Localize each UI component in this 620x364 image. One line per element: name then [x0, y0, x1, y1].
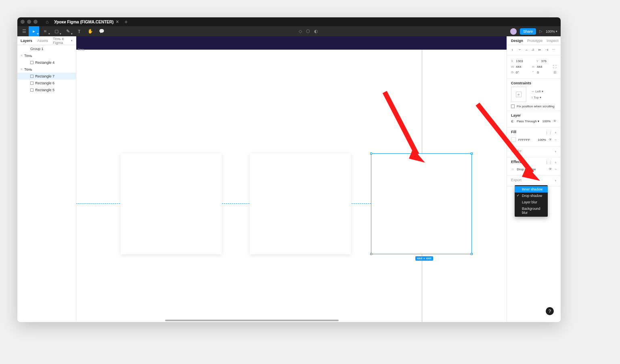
constraint-h-select[interactable]: ↔ Left ▾ — [531, 90, 543, 93]
file-tab[interactable]: Уроки Figma (FIGMA.CENTER) × — [52, 17, 121, 26]
align-section: ⫞ ⫟ ⫠ ⫡ ⫢ ⫣ ⋯ — [507, 45, 561, 55]
add-effect-icon[interactable]: + — [555, 161, 557, 165]
layer-item[interactable]: Rectangle 4 — [17, 59, 76, 66]
frame-tool[interactable]: ⌗▾ — [40, 26, 50, 36]
toolbar-left: ☰ ▸▾ ⌗▾ ▢▾ ✎▾ T ✋ 💬 — [21, 26, 107, 36]
resize-handle[interactable] — [471, 253, 473, 255]
visible-icon[interactable]: 👁 — [553, 119, 557, 123]
align-vcenter-icon[interactable]: ⫢ — [538, 48, 543, 52]
figma-window: ⌂ Уроки Figma (FIGMA.CENTER) × + ☰ ▸▾ ⌗▾… — [17, 17, 561, 322]
rect-icon — [30, 75, 34, 78]
layer-item-selected[interactable]: Rectangle 7 — [17, 73, 76, 79]
share-button[interactable]: Share — [520, 28, 536, 35]
corner-radius-input[interactable]: ⌜0 — [532, 71, 549, 74]
annotation-arrow-1 — [381, 88, 437, 169]
scrollbar-horizontal[interactable] — [76, 319, 507, 322]
width-input[interactable]: W444 — [511, 65, 527, 69]
minimize-window-icon[interactable] — [27, 20, 31, 24]
layer-item[interactable]: Group 1 — [17, 45, 76, 52]
component-icon-2[interactable]: ⬡ — [306, 29, 310, 34]
add-export-icon[interactable]: + — [555, 179, 557, 183]
scrollbar-thumb[interactable] — [165, 320, 339, 321]
left-panel-tabs: Layers Assets Тень в Figma▾ — [17, 36, 76, 45]
align-top-icon[interactable]: ⫡ — [531, 48, 536, 52]
chevron-icon[interactable]: ⌗ — [21, 54, 23, 58]
add-fill-icon[interactable]: + — [555, 131, 557, 135]
layer-item[interactable]: Rectangle 6 — [17, 79, 76, 86]
home-icon[interactable]: ⌂ — [46, 19, 48, 25]
tab-design[interactable]: Design — [511, 39, 523, 43]
file-name: Уроки Figma (FIGMA.CENTER) — [54, 20, 113, 24]
visible-icon[interactable]: 👁 — [549, 138, 552, 142]
effect-option-layer-blur[interactable]: Layer blur — [515, 199, 548, 205]
file-tabs: ⌂ Уроки Figma (FIGMA.CENTER) × + — [46, 17, 128, 26]
hand-tool[interactable]: ✋ — [85, 26, 96, 36]
text-tool[interactable]: T — [74, 26, 84, 36]
tab-layers[interactable]: Layers — [21, 39, 32, 43]
resize-handle[interactable] — [370, 253, 372, 255]
zoom-window-icon[interactable] — [34, 20, 38, 24]
tab-assets[interactable]: Assets — [37, 39, 48, 43]
rotation-input[interactable]: ⟳0° — [511, 71, 528, 74]
help-button[interactable]: ? — [546, 307, 554, 315]
visible-icon[interactable]: 👁 — [549, 167, 552, 171]
toolbar: ☰ ▸▾ ⌗▾ ▢▾ ✎▾ T ✋ 💬 ◇ ⬡ ◐ Share ▷ 100%▾ — [17, 26, 561, 36]
x-input[interactable]: X1303 — [511, 59, 532, 63]
layer-item[interactable]: Rectangle 5 — [17, 86, 76, 93]
layer-item[interactable]: ⌗Тень — [17, 52, 76, 59]
canvas[interactable]: Тень 444 × 444 — [76, 36, 507, 322]
effect-option-drop-shadow[interactable]: ✓Drop shadow — [515, 192, 548, 199]
comment-tool[interactable]: 💬 — [96, 26, 107, 36]
remove-fill-icon[interactable]: − — [555, 138, 557, 142]
toolbar-center: ◇ ⬡ ◐ — [299, 29, 318, 34]
layer-item[interactable]: ⌗Тень — [17, 66, 76, 73]
distribute-icon[interactable]: ⋯ — [552, 48, 557, 52]
pen-tool[interactable]: ✎▾ — [63, 26, 73, 36]
align-hcenter-icon[interactable]: ⫟ — [518, 48, 523, 52]
height-input[interactable]: H444 — [532, 65, 548, 69]
present-icon[interactable]: ▷ — [539, 29, 542, 33]
rectangle-5[interactable] — [121, 153, 222, 254]
layers-list[interactable]: Group 1 ⌗Тень Rectangle 4 ⌗Тень Rectangl… — [17, 45, 76, 322]
tab-inspect[interactable]: Inspect — [547, 39, 559, 43]
shape-tool[interactable]: ▢▾ — [51, 26, 62, 36]
constrain-proportions-icon[interactable]: ⛶ — [553, 65, 557, 69]
transform-section: X1303 Y376 W444 H444 ⛶ ⟳0° ⌜0 ⊞ — [507, 55, 561, 79]
rect-icon — [30, 88, 34, 92]
independent-corners-icon[interactable]: ⊞ — [553, 70, 557, 74]
right-panel-tabs: Design Prototype Inspect — [507, 36, 561, 45]
rectangle-6[interactable] — [250, 153, 351, 254]
layers-panel: Layers Assets Тень в Figma▾ Group 1 ⌗Тен… — [17, 36, 76, 322]
close-tab-icon[interactable]: × — [116, 19, 119, 25]
remove-effect-icon[interactable]: − — [555, 167, 557, 171]
effect-option-inner-shadow[interactable]: Inner shadow — [515, 186, 548, 192]
chevron-icon[interactable]: ⌗ — [21, 67, 23, 71]
align-left-icon[interactable]: ⫞ — [511, 48, 516, 52]
resize-handle[interactable] — [370, 153, 372, 155]
constraint-v-select[interactable]: ↕ Top ▾ — [531, 96, 543, 99]
move-tool[interactable]: ▸▾ — [29, 26, 39, 36]
zoom-control[interactable]: 100%▾ — [546, 29, 557, 33]
menu-icon[interactable]: ☰ — [21, 27, 28, 36]
add-stroke-icon[interactable]: + — [555, 150, 557, 154]
avatar[interactable] — [510, 28, 517, 35]
window-controls[interactable] — [21, 20, 38, 24]
tab-prototype[interactable]: Prototype — [527, 39, 543, 43]
rect-icon — [30, 82, 34, 85]
frame-header-bg — [76, 36, 507, 50]
title-bar: ⌂ Уроки Figma (FIGMA.CENTER) × + — [17, 17, 561, 26]
component-icon[interactable]: ◇ — [299, 29, 302, 34]
y-input[interactable]: Y376 — [536, 59, 557, 63]
add-tab-icon[interactable]: + — [124, 19, 128, 25]
resize-handle[interactable] — [471, 153, 473, 155]
align-bottom-icon[interactable]: ⫣ — [545, 48, 550, 52]
constraints-title: Constraints — [511, 81, 557, 85]
mask-icon[interactable]: ◐ — [314, 29, 318, 34]
effect-option-background-blur[interactable]: Background blur — [515, 205, 548, 216]
page-selector[interactable]: Тень в Figma▾ — [53, 37, 73, 45]
constraint-center-icon: + — [516, 92, 522, 97]
close-window-icon[interactable] — [21, 20, 25, 24]
align-right-icon[interactable]: ⫠ — [525, 48, 530, 52]
effect-type-dropdown[interactable]: Inner shadow ✓Drop shadow Layer blur Bac… — [515, 185, 548, 217]
frame-label[interactable]: Тень — [78, 48, 84, 51]
